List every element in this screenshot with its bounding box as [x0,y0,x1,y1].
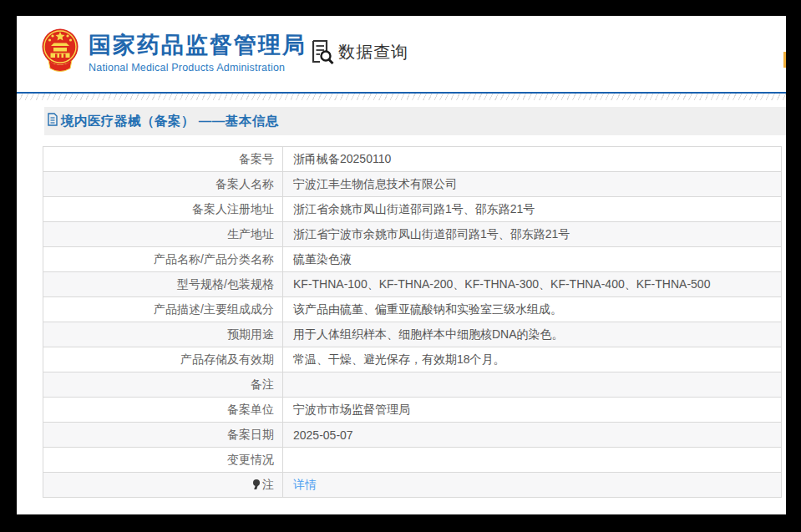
hatched-strip [17,94,786,100]
row-value [283,372,782,398]
row-value: 宁波市市场监督管理局 [283,398,782,423]
row-value: 浙江省宁波市余姚市凤山街道邵司路1号、邵东路21号 [283,222,782,247]
row-label: 备注 [43,372,283,398]
data-query-nav[interactable]: 数据查询 [311,39,408,64]
row-value: 2025-05-07 [283,423,782,448]
agency-brand: 国家药品监督管理局 National Medical Products Admi… [89,31,307,73]
table-row: 变更情况 [43,448,782,473]
row-value: 用于人体组织样本、细胞样本中细胞核DNA的染色。 [283,322,782,347]
table-row: 备案人名称宁波江丰生物信息技术有限公司 [43,172,782,197]
table-row: 生产地址浙江省宁波市余姚市凤山街道邵司路1号、邵东路21号 [43,222,782,247]
table-row: 备案号浙甬械备20250110 [43,147,782,172]
data-query-label[interactable]: 数据查询 [338,41,408,63]
table-row: 预期用途用于人体组织样本、细胞样本中细胞核DNA的染色。 [43,322,782,347]
row-label: 备案人名称 [43,172,283,197]
table-row: 备案人注册地址浙江省余姚市凤山街道邵司路1号、邵东路21号 [43,197,782,222]
table-row: 型号规格/包装规格KF-THNA-100、KF-THNA-200、KF-THNA… [43,272,782,297]
bulb-icon [252,479,261,489]
registration-info-table: 备案号浙甬械备20250110备案人名称宁波江丰生物信息技术有限公司备案人注册地… [43,146,782,498]
table-row: 产品存储及有效期常温、干燥、避光保存，有效期18个月。 [43,347,782,372]
table-row: 产品名称/产品分类名称硫堇染色液 [43,247,782,272]
row-label: 产品存储及有效期 [43,347,283,372]
agency-name-en: National Medical Products Administration [89,62,307,73]
china-national-emblem-icon [40,28,80,76]
row-value: 详情 [283,473,782,498]
page-frame: 国家药品监督管理局 National Medical Products Admi… [17,16,786,514]
table-row: 备案日期2025-05-07 [43,423,782,448]
row-label: 备案日期 [43,423,283,448]
row-label: 产品名称/产品分类名称 [43,247,283,272]
row-label: 预期用途 [43,322,283,347]
row-value: KF-THNA-100、KF-THNA-200、KF-THNA-300、KF-T… [283,272,782,297]
detail-link[interactable]: 详情 [293,478,317,491]
table-row: 注详情 [43,473,782,498]
row-label: 变更情况 [43,448,283,473]
row-label: 型号规格/包装规格 [43,272,283,297]
table-row: 备案单位宁波市市场监督管理局 [43,398,782,423]
row-label: 备案单位 [43,398,283,423]
row-value [283,448,782,473]
table-row: 备注 [43,372,782,398]
data-query-icon [311,39,334,64]
row-label: 备案人注册地址 [43,197,283,222]
row-label: 产品描述/主要组成成分 [43,297,283,322]
row-value: 该产品由硫堇、偏重亚硫酸钠和实验室三级水组成。 [283,297,782,322]
row-value: 浙江省余姚市凤山街道邵司路1号、邵东路21号 [283,197,782,222]
agency-name-cn: 国家药品监督管理局 [89,31,307,59]
row-label: 注 [43,473,283,498]
row-value: 宁波江丰生物信息技术有限公司 [283,172,782,197]
section-titlebar: 境内医疗器械（备案） ——基本信息 [44,107,786,135]
row-label: 生产地址 [43,222,283,247]
table-row: 产品描述/主要组成成分该产品由硫堇、偏重亚硫酸钠和实验室三级水组成。 [43,297,782,322]
row-value: 浙甬械备20250110 [283,147,782,172]
site-header: 国家药品监督管理局 National Medical Products Admi… [17,16,786,92]
info-table-body: 备案号浙甬械备20250110备案人名称宁波江丰生物信息技术有限公司备案人注册地… [43,147,782,498]
row-label: 备案号 [43,147,283,172]
row-value: 常温、干燥、避光保存，有效期18个月。 [283,347,782,372]
document-icon [47,113,58,129]
section-title: 境内医疗器械（备案） ——基本信息 [61,113,279,130]
right-edge-clipped-widget [783,52,786,68]
row-value: 硫堇染色液 [283,247,782,272]
